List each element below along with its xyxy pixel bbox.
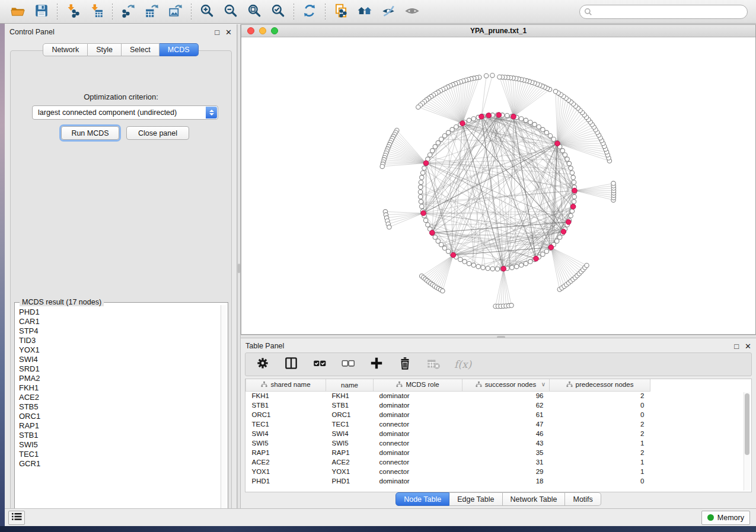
mcds-result-item[interactable]: GCR1 [19,459,222,469]
table-row[interactable]: STB1STB1dominator620 [246,400,739,410]
tab-network[interactable]: Network [43,43,88,56]
export-network-button[interactable] [118,2,138,21]
table-scrollbar[interactable] [744,392,750,491]
zoom-selected-button[interactable] [268,2,288,21]
function-builder-icon: f(x) [454,358,471,370]
criterion-dropdown[interactable]: largest connected component (undirected) [32,105,218,120]
mcds-result-item[interactable]: ACE2 [19,393,222,402]
tab-style[interactable]: Style [88,43,122,56]
mcds-result-item[interactable]: TID3 [19,336,222,345]
zoom-in-button[interactable] [197,2,217,21]
zoom-fit-button[interactable] [244,2,264,21]
mcds-result-item[interactable]: RAP1 [19,421,222,431]
mcds-tab-content: Optimization criterion: largest connecte… [10,50,232,526]
column-header-MCDS-role[interactable]: MCDS role [374,379,462,391]
show-all-button[interactable] [402,2,422,21]
import-table-button[interactable] [87,2,107,21]
import-network-icon [65,3,81,21]
delete-table-button[interactable] [426,355,441,373]
tab-motifs[interactable]: Motifs [565,492,601,506]
open-folder-button[interactable] [8,2,28,21]
table-row[interactable]: FKH1FKH1dominator962 [246,391,739,400]
toolbar-separator [294,4,294,20]
close-panel-icon[interactable]: ✕ [225,28,232,36]
float-panel-icon[interactable]: □ [215,28,219,36]
import-network-button[interactable] [63,2,83,21]
table-row[interactable]: ACE2ACE2connector311 [246,457,739,467]
network-view-window: YPA_prune.txt_1 [241,24,756,335]
list-menu-icon [11,512,22,524]
memory-button[interactable]: Memory [701,511,750,525]
deselect-all-button[interactable] [340,355,356,373]
tab-mcds[interactable]: MCDS [160,43,199,56]
mcds-result-item[interactable]: SWI5 [19,440,222,450]
table-row[interactable]: SWI4SWI4dominator462 [246,429,739,438]
run-mcds-button[interactable]: Run MCDS [61,126,119,140]
function-builder-button[interactable]: f(x) [454,358,471,370]
mcds-list-scrollbar[interactable] [221,305,226,521]
mcds-result-item[interactable]: STB1 [19,431,222,440]
mcds-result-item[interactable]: SWI4 [19,355,222,364]
select-all-button[interactable] [312,355,327,373]
toolbar-separator [325,4,326,20]
mcds-result-item[interactable]: STP4 [19,326,222,336]
desktop-wallpaper-bottom [0,526,756,532]
network-canvas[interactable] [241,37,755,334]
float-panel-icon[interactable]: □ [734,342,739,350]
mcds-result-item[interactable]: CAR1 [19,317,222,326]
column-header-successor-nodes[interactable]: successor nodes∨ [462,379,550,391]
toolbar-separator [112,4,113,20]
save-button[interactable] [31,2,52,21]
table-panel-title: Table Panel [245,342,284,350]
mcds-result-item[interactable]: FKH1 [19,383,222,393]
delete-column-button[interactable] [397,355,413,373]
table-row[interactable]: SWI5SWI5connector431 [246,438,739,448]
panel-menu-button[interactable] [8,511,25,525]
gear-button[interactable] [255,355,270,373]
hide-selected-button[interactable] [378,2,398,21]
hide-selected-icon [381,3,396,21]
table-row[interactable]: ORC1ORC1dominator610 [246,410,739,419]
search-input[interactable] [579,5,748,19]
refresh-layout-button[interactable] [299,2,320,21]
mcds-result-item[interactable]: ORC1 [19,412,222,421]
memory-status-icon [707,514,714,521]
add-column-button[interactable] [369,355,384,373]
export-image-button[interactable] [165,2,186,21]
tab-node-table[interactable]: Node Table [395,492,449,506]
clone-network-button[interactable] [331,2,351,21]
table-panel-tabs: Node TableEdge TableNetwork TableMotifs [241,492,756,506]
export-table-icon [144,3,160,21]
mcds-result-item[interactable]: SRD1 [19,364,222,374]
table-row[interactable]: RAP1RAP1dominator352 [246,448,739,457]
column-header-shared-name[interactable]: shared name [246,379,326,391]
control-panel-titlebar: Control Panel □ ✕ [5,24,237,40]
memory-label: Memory [717,514,744,522]
table-row[interactable]: YOX1YOX1connector291 [246,467,739,476]
column-chooser-icon [283,355,299,373]
tab-edge-table[interactable]: Edge Table [449,492,502,506]
close-panel-button[interactable]: Close panel [126,126,189,140]
close-panel-icon[interactable]: ✕ [745,342,751,350]
column-chooser-button[interactable] [283,355,299,373]
mcds-result-item[interactable]: STB5 [19,402,222,412]
splitter-handle[interactable] [238,264,240,273]
mcds-result-item[interactable]: TEC1 [19,450,222,459]
zoom-out-button[interactable] [221,2,241,21]
tab-select[interactable]: Select [122,43,160,56]
show-all-icon [404,3,420,21]
column-header-predecessor-nodes[interactable]: predecessor nodes [550,379,650,391]
network-graph[interactable] [241,37,755,334]
tab-network-table[interactable]: Network Table [503,492,566,506]
column-header-name[interactable]: name [326,379,374,391]
export-table-button[interactable] [142,2,162,21]
first-neighbors-button[interactable] [355,2,375,21]
mcds-result-item[interactable]: PHD1 [19,307,222,317]
table-row[interactable]: PHD1PHD1dominator180 [246,476,739,486]
mcds-result-item[interactable]: PMA2 [19,374,222,383]
zoom-in-icon [199,3,215,21]
mcds-result-item[interactable]: YOX1 [19,345,222,355]
scrollbar-thumb[interactable] [745,393,749,455]
table-row[interactable]: TEC1TEC1connector472 [246,419,739,429]
sort-indicator-icon[interactable]: ∨ [541,381,546,387]
